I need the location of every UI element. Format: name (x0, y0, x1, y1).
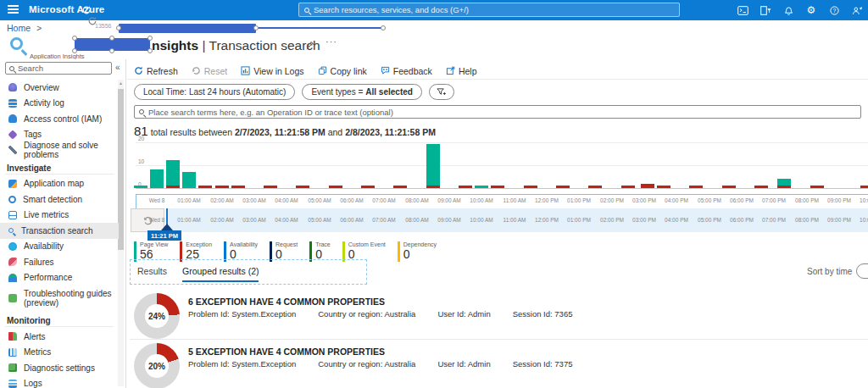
sidebar-item-diagnose-and-solve-problems[interactable]: Diagnose and solve problems (0, 142, 119, 158)
add-filter-button[interactable] (429, 84, 454, 100)
exception-bar[interactable] (459, 186, 472, 188)
redaction-handle[interactable] (116, 25, 121, 30)
feedback-button[interactable]: Feedback (381, 66, 432, 77)
notifications-icon[interactable] (782, 5, 794, 15)
toolbar-button-label: Refresh (147, 66, 178, 76)
help-circle-icon[interactable]: ? (828, 5, 840, 15)
redaction-handle[interactable] (109, 36, 114, 41)
copy-link-button[interactable]: Copy link (318, 66, 367, 77)
redaction-handle[interactable] (253, 25, 259, 30)
page-view-bar[interactable] (134, 186, 147, 188)
page-view-bar[interactable] (182, 172, 196, 188)
sidebar-item-access-control-iam[interactable]: Access control (IAM) (0, 111, 119, 127)
scrollbar-thumb[interactable] (118, 89, 124, 250)
sidebar-item-logs[interactable]: Logs (0, 376, 119, 388)
sidebar-item-label: Transaction search (21, 226, 93, 236)
tab-results[interactable]: Results (137, 266, 167, 282)
global-search-input[interactable]: Search resources, services, and docs (G+… (298, 3, 680, 17)
legend-label: Dependency (403, 241, 437, 247)
page-view-bar[interactable] (166, 160, 180, 186)
page-view-bar[interactable] (475, 186, 488, 188)
exception-bar[interactable] (657, 186, 670, 188)
exception-bar[interactable] (264, 186, 277, 188)
time-selection-border (136, 194, 136, 208)
sidebar-item-diagnostic-settings[interactable]: Diagnostic settings (0, 360, 119, 376)
exception-bar[interactable] (393, 186, 407, 188)
exception-bar[interactable] (426, 186, 440, 188)
exception-bar[interactable] (754, 186, 768, 188)
sidebar-collapse-button[interactable]: « (115, 63, 120, 72)
sidebar-scrollbar[interactable]: ▲ (118, 80, 124, 386)
exception-bar[interactable] (361, 186, 375, 188)
view-in-logs-button[interactable]: View in Logs (241, 66, 303, 77)
exception-bar[interactable] (621, 186, 635, 188)
rotate-handle-icon[interactable] (87, 16, 97, 26)
sidebar-item-activity-log[interactable]: Activity log (0, 96, 119, 112)
exception-bar[interactable] (166, 186, 180, 188)
redaction-handle[interactable] (109, 48, 114, 53)
smart-detection-icon (8, 196, 16, 203)
directory-filter-icon[interactable] (760, 5, 771, 15)
exception-bar[interactable] (860, 186, 868, 188)
feedback-person-icon[interactable] (851, 5, 863, 15)
scrollbar-up-arrow[interactable]: ▲ (118, 80, 124, 87)
refresh-button[interactable]: Refresh (134, 66, 178, 77)
tab-grouped-results-2[interactable]: Grouped results (2) (182, 266, 259, 282)
redaction-handle[interactable] (147, 48, 153, 53)
exception-bar[interactable] (641, 184, 654, 188)
sidebar-item-troubleshooting-guides-preview[interactable]: Troubleshooting guides (preview) (0, 285, 119, 311)
page-view-bar[interactable] (777, 179, 791, 186)
rotate-handle-icon[interactable] (81, 5, 92, 15)
redaction-handle[interactable] (381, 25, 386, 30)
page-view-bar[interactable] (426, 144, 440, 186)
exception-bar[interactable] (198, 186, 212, 188)
sidebar-item-label: Live metrics (24, 210, 69, 220)
exception-bar[interactable] (491, 186, 504, 188)
more-actions-button[interactable]: ··· (326, 36, 337, 47)
exception-bar[interactable] (524, 186, 537, 188)
pin-icon[interactable] (305, 41, 315, 51)
exception-bar[interactable] (556, 186, 570, 188)
settings-gear-icon[interactable]: ⚙ (805, 5, 817, 15)
cloud-shell-icon[interactable] (737, 5, 748, 15)
exception-bar[interactable] (722, 186, 736, 188)
title-page-name: Transaction search (209, 38, 320, 53)
sidebar-item-failures[interactable]: Failures (0, 254, 119, 270)
sidebar-item-performance[interactable]: Performance (0, 270, 119, 286)
sidebar-item-alerts[interactable]: Alerts (0, 329, 119, 345)
sidebar-item-availability[interactable]: Availability (0, 239, 119, 255)
sidebar-item-metrics[interactable]: Metrics (0, 345, 119, 361)
exception-bar[interactable] (329, 186, 342, 188)
page-view-bar[interactable] (150, 169, 164, 188)
redaction-handle[interactable] (72, 48, 77, 53)
event-types-filter-pill[interactable]: Event types =All selected (302, 84, 421, 100)
legend-dependency[interactable]: Dependency0 (398, 241, 437, 262)
exception-bar[interactable] (810, 186, 824, 188)
exception-bar[interactable] (777, 186, 791, 188)
redaction-handle[interactable] (72, 36, 77, 41)
exception-bar[interactable] (231, 186, 245, 188)
hamburger-menu-icon[interactable] (8, 5, 19, 14)
reset-button[interactable]: Reset (192, 66, 227, 77)
exception-bar[interactable] (215, 186, 229, 188)
exception-bar[interactable] (588, 186, 602, 188)
time-filter-pill[interactable]: Local Time: Last 24 hours (Automatic) (134, 84, 295, 100)
sidebar-item-smart-detection[interactable]: Smart detection (0, 191, 119, 208)
help-button[interactable]: Help (446, 66, 477, 77)
sidebar-item-transaction-search[interactable]: Transaction search (0, 223, 119, 239)
results-bar-chart[interactable]: 01020 (136, 139, 868, 189)
brush-handle-triangle[interactable] (161, 224, 173, 230)
breadcrumb-home-link[interactable]: Home (7, 23, 31, 33)
y-axis-tick: 10 (138, 158, 144, 164)
group-result-row[interactable]: 20%5 EXCEPTION HAVE 4 COMMON PROPERTIESP… (130, 340, 868, 388)
sidebar-item-overview[interactable]: Overview (0, 80, 119, 96)
group-result-row[interactable]: 24%6 EXCEPTION HAVE 4 COMMON PROPERTIESP… (130, 290, 868, 339)
sidebar-search-input[interactable]: Search (5, 62, 112, 75)
sort-dropdown[interactable] (856, 263, 868, 279)
transaction-search-input[interactable]: Place search terms here, e.g. an Operati… (134, 105, 861, 119)
sidebar-item-application-map[interactable]: Application map (0, 176, 119, 192)
exception-bar[interactable] (296, 186, 309, 188)
sidebar-item-live-metrics[interactable]: Live metrics (0, 208, 119, 224)
redaction-handle[interactable] (147, 36, 153, 41)
exception-bar[interactable] (689, 186, 703, 188)
